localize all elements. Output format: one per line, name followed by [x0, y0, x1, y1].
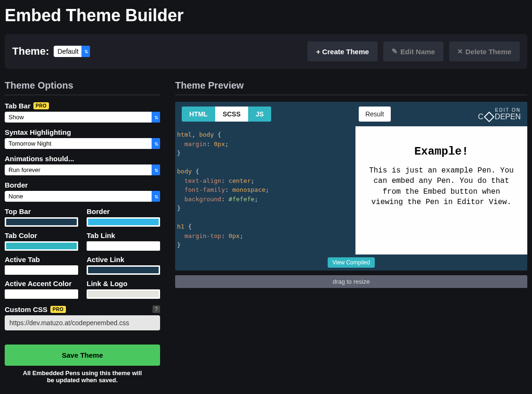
- theme-label: Theme:: [12, 45, 49, 57]
- top-bar-color-swatch[interactable]: [5, 217, 78, 227]
- tab-color-label: Tab Color: [5, 231, 78, 239]
- result-pane: Example! This is just an example Pen. Yo…: [355, 126, 527, 254]
- preview-panel: Theme Preview HTML SCSS JS Result EDIT O…: [175, 80, 527, 384]
- help-icon[interactable]: ?: [153, 305, 160, 313]
- resize-handle[interactable]: drag to resize: [175, 275, 527, 288]
- save-theme-button[interactable]: Save Theme: [5, 345, 160, 366]
- custom-css-label: Custom CSS: [5, 305, 48, 313]
- theme-toolbar: Theme: Default + Create Theme Edit Name …: [5, 34, 527, 69]
- active-link-color-swatch[interactable]: [87, 265, 160, 275]
- border-color-swatch[interactable]: [87, 217, 160, 227]
- tab-link-color-swatch[interactable]: [87, 241, 160, 251]
- active-accent-color-swatch[interactable]: [5, 289, 78, 299]
- animations-select[interactable]: Run forever: [5, 164, 160, 175]
- active-tab-color-swatch[interactable]: [5, 265, 78, 275]
- tab-js[interactable]: JS: [248, 107, 271, 122]
- options-panel: Theme Options Tab Bar PRO Show Syntax Hi…: [5, 80, 160, 384]
- pro-badge: PRO: [50, 306, 66, 313]
- tab-bar-label: Tab Bar: [5, 102, 31, 110]
- preview-tabs: HTML SCSS JS: [182, 107, 271, 122]
- top-bar-color-label: Top Bar: [5, 207, 78, 215]
- save-note: All Embedded Pens using this theme will …: [5, 369, 160, 384]
- tab-link-color-label: Tab Link: [87, 231, 160, 239]
- syntax-select[interactable]: Tomorrow Night: [5, 138, 160, 149]
- syntax-label: Syntax Highlighting: [5, 128, 160, 136]
- view-compiled-button[interactable]: View Compiled: [328, 257, 375, 268]
- preview-title: Theme Preview: [175, 80, 527, 95]
- pencil-icon: [392, 47, 398, 56]
- pro-badge: PRO: [33, 102, 49, 109]
- codepen-cube-icon: [484, 111, 495, 122]
- edit-name-button[interactable]: Edit Name: [383, 41, 443, 61]
- options-title: Theme Options: [5, 80, 160, 95]
- example-heading: Example!: [369, 145, 514, 158]
- active-tab-color-label: Active Tab: [5, 255, 78, 263]
- animations-label: Animations should...: [5, 155, 160, 163]
- active-link-color-label: Active Link: [87, 255, 160, 263]
- preview-frame: HTML SCSS JS Result EDIT ON CDEPEN html,…: [175, 102, 527, 271]
- edit-on-codepen[interactable]: EDIT ON CDEPEN: [478, 107, 521, 121]
- link-logo-color-label: Link & Logo: [87, 279, 160, 287]
- delete-theme-button[interactable]: Delete Theme: [449, 41, 520, 61]
- tab-bar-select[interactable]: Show: [5, 112, 160, 123]
- border-color-label: Border: [87, 207, 160, 215]
- edit-on-label: EDIT ON: [478, 107, 521, 113]
- delete-theme-label: Delete Theme: [465, 48, 511, 56]
- tab-html[interactable]: HTML: [182, 107, 215, 122]
- edit-name-label: Edit Name: [401, 48, 435, 56]
- theme-select[interactable]: Default: [54, 46, 90, 57]
- example-body: This is just an example Pen. You can emb…: [369, 165, 514, 208]
- page-title: Embed Theme Builder: [0, 0, 532, 34]
- close-icon: [458, 48, 463, 56]
- code-pane[interactable]: html, body { margin: 0px; } body { text-…: [175, 126, 355, 254]
- link-logo-color-swatch[interactable]: [87, 289, 160, 299]
- border-select[interactable]: None: [5, 191, 160, 202]
- border-label: Border: [5, 181, 160, 189]
- create-theme-button[interactable]: + Create Theme: [307, 41, 377, 61]
- result-button[interactable]: Result: [359, 107, 391, 122]
- custom-css-input[interactable]: [5, 315, 160, 330]
- tab-scss[interactable]: SCSS: [215, 107, 248, 122]
- active-accent-color-label: Active Accent Color: [5, 279, 78, 287]
- tab-color-swatch[interactable]: [5, 241, 78, 251]
